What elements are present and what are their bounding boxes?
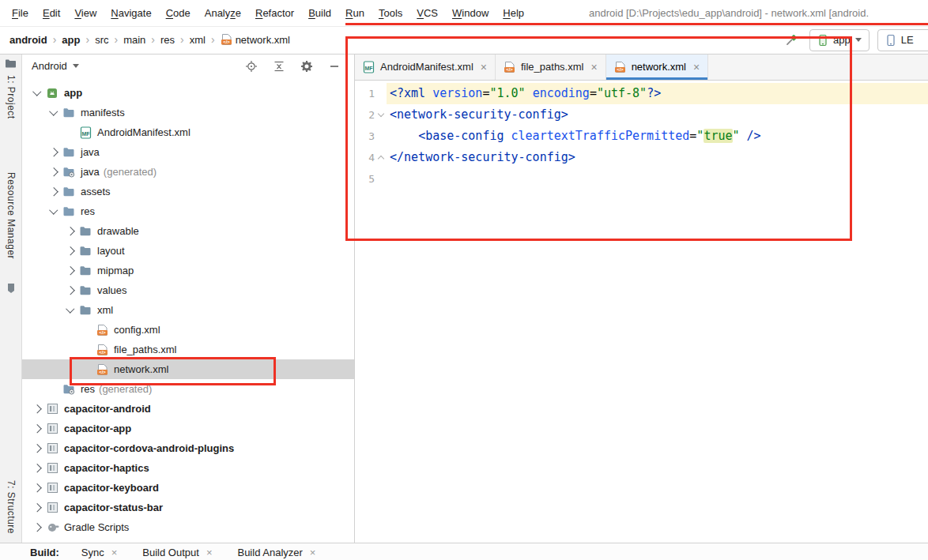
chevron-collapsed-icon[interactable]	[28, 485, 45, 491]
tree-item-xml[interactable]: xml	[22, 300, 354, 320]
tree-item-capacitor-android[interactable]: capacitor-android	[22, 399, 354, 419]
code-editor[interactable]: 1<?xml version="1.0" encoding="utf-8"?>2…	[355, 81, 928, 543]
select-opened-file-button[interactable]	[244, 59, 258, 73]
close-icon[interactable]: ×	[590, 61, 597, 73]
editor-tab-file-paths-xml[interactable]: </>file_paths.xml×	[496, 54, 606, 80]
project-stripe-icon[interactable]	[0, 58, 21, 69]
breadcrumb-item-src[interactable]: src	[93, 34, 110, 46]
fold-marker-icon[interactable]	[375, 114, 387, 116]
bottom-tab-build-output[interactable]: Build Output×	[142, 543, 212, 560]
breadcrumb-item-android[interactable]: android	[8, 34, 49, 46]
tree-item-java[interactable]: java	[22, 142, 354, 162]
code-line[interactable]: 5	[355, 168, 928, 190]
menu-item-vcs[interactable]: VCS	[409, 6, 445, 21]
chevron-collapsed-icon[interactable]	[45, 149, 62, 156]
close-icon[interactable]: ×	[310, 543, 316, 560]
tree-item-java-generated[interactable]: java(generated)	[22, 162, 354, 182]
tree-item-capacitor-cordova-android-plugins[interactable]: capacitor-cordova-android-plugins	[22, 438, 354, 458]
editor-tab-androidmanifest-xml[interactable]: MFAndroidManifest.xml×	[355, 54, 496, 80]
chevron-expanded-icon[interactable]	[45, 209, 62, 213]
chevron-collapsed-icon[interactable]	[45, 189, 62, 195]
code-token: =	[689, 129, 696, 143]
chevron-expanded-icon[interactable]	[62, 308, 78, 312]
tree-item-app[interactable]: app	[22, 83, 354, 103]
tree-item-capacitor-app[interactable]: capacitor-app	[22, 419, 354, 438]
chevron-collapsed-icon[interactable]	[28, 465, 45, 472]
chevron-collapsed-icon[interactable]	[62, 268, 78, 274]
menu-item-window[interactable]: Window	[445, 6, 496, 21]
tree-item-manifests[interactable]: manifests	[22, 103, 354, 122]
tree-item-assets[interactable]: assets	[22, 182, 354, 201]
locate-icon	[245, 60, 258, 73]
tree-item-drawable[interactable]: drawable	[22, 221, 354, 241]
tree-item-label: capacitor-status-bar	[64, 502, 163, 513]
tree-item-res-generated[interactable]: res(generated)	[22, 379, 354, 399]
menu-item-run[interactable]: Run	[338, 6, 372, 21]
menu-item-refactor[interactable]: Refactor	[248, 6, 301, 21]
close-icon[interactable]: ×	[206, 543, 213, 560]
tree-item-capacitor-haptics[interactable]: capacitor-haptics	[22, 458, 354, 478]
chevron-collapsed-icon[interactable]	[62, 228, 78, 235]
breadcrumb-item-xml[interactable]: xml	[188, 34, 207, 46]
tool-window-button-resource-manager[interactable]: Resource Manager	[0, 172, 21, 259]
breadcrumb-item-network-xml[interactable]: </>network.xml	[219, 33, 292, 46]
tree-item-mipmap[interactable]: mipmap	[22, 261, 354, 280]
build-hammer-button[interactable]	[781, 30, 802, 51]
menu-item-file[interactable]: File	[5, 6, 36, 21]
code-line[interactable]: 2<network-security-config>	[355, 104, 928, 126]
tool-window-button-structure[interactable]: 7: Structure	[0, 480, 21, 534]
chevron-collapsed-icon[interactable]	[62, 288, 78, 294]
menu-item-edit[interactable]: Edit	[36, 6, 67, 21]
tree-item-layout[interactable]: layout	[22, 241, 354, 261]
menu-item-help[interactable]: Help	[496, 6, 531, 21]
hide-panel-button[interactable]	[327, 59, 341, 73]
xml-file: </>	[614, 61, 626, 73]
settings-button[interactable]	[300, 59, 314, 73]
breadcrumb-item-main[interactable]: main	[122, 34, 147, 46]
chevron-collapsed-icon[interactable]	[28, 406, 45, 412]
chevron-collapsed-icon[interactable]	[28, 445, 45, 452]
collapse-all-button[interactable]	[272, 59, 286, 73]
close-icon[interactable]: ×	[481, 61, 487, 73]
editor-tab-network-xml[interactable]: </>network.xml×	[606, 54, 709, 80]
tree-item-config-xml[interactable]: </>config.xml	[22, 320, 354, 340]
tree-item-label: capacitor-app	[64, 423, 131, 434]
device-selector-button[interactable]: LE	[877, 29, 928, 51]
menu-item-tools[interactable]: Tools	[372, 6, 409, 21]
code-line[interactable]: 3 <base-config cleartextTrafficPermitted…	[355, 126, 928, 147]
chevron-collapsed-icon[interactable]	[62, 248, 78, 254]
chevron-expanded-icon[interactable]	[45, 111, 62, 115]
fold-marker-icon[interactable]	[375, 154, 387, 161]
close-icon[interactable]: ×	[693, 61, 700, 73]
tool-window-button-project[interactable]: 1: Project	[0, 75, 21, 119]
tree-item-values[interactable]: values	[22, 280, 354, 300]
close-icon[interactable]: ×	[111, 543, 118, 560]
code-line[interactable]: 4</network-security-config>	[355, 147, 928, 168]
bottom-tab-sync[interactable]: Sync×	[81, 543, 118, 560]
tree-item-gradle-scripts[interactable]: Gradle Scripts	[22, 517, 354, 537]
breadcrumb-item-res[interactable]: res	[159, 34, 176, 46]
menu-item-code[interactable]: Code	[159, 6, 198, 21]
run-configuration-dropdown[interactable]: app	[809, 29, 870, 51]
stripe-pin-icon[interactable]	[0, 283, 21, 294]
tree-item-file-paths-xml[interactable]: </>file_paths.xml	[22, 340, 354, 359]
tree-item-network-xml[interactable]: </>network.xml	[22, 359, 354, 379]
menu-item-view[interactable]: View	[67, 6, 104, 21]
tree-item-androidmanifest-xml[interactable]: MFAndroidManifest.xml	[22, 122, 354, 142]
menu-item-navigate[interactable]: Navigate	[104, 6, 158, 21]
chevron-collapsed-icon[interactable]	[28, 505, 45, 511]
chevron-collapsed-icon[interactable]	[45, 169, 62, 175]
bottom-tab-build-analyzer[interactable]: Build Analyzer×	[237, 543, 315, 560]
breadcrumb-item-app[interactable]: app	[60, 34, 81, 46]
code-line[interactable]: 1<?xml version="1.0" encoding="utf-8"?>	[355, 83, 928, 104]
tree-item-capacitor-keyboard[interactable]: capacitor-keyboard	[22, 478, 354, 498]
menu-item-build[interactable]: Build	[301, 6, 338, 21]
chevron-collapsed-icon[interactable]	[28, 426, 45, 432]
menu-item-analyze[interactable]: Analyze	[198, 6, 248, 21]
chevron-collapsed-icon[interactable]	[28, 524, 45, 531]
project-view-selector[interactable]: Android	[32, 60, 79, 72]
tree-item-label: capacitor-cordova-android-plugins	[64, 442, 234, 454]
chevron-expanded-icon[interactable]	[28, 91, 45, 95]
tree-item-res[interactable]: res	[22, 201, 354, 221]
tree-item-capacitor-status-bar[interactable]: capacitor-status-bar	[22, 498, 354, 517]
